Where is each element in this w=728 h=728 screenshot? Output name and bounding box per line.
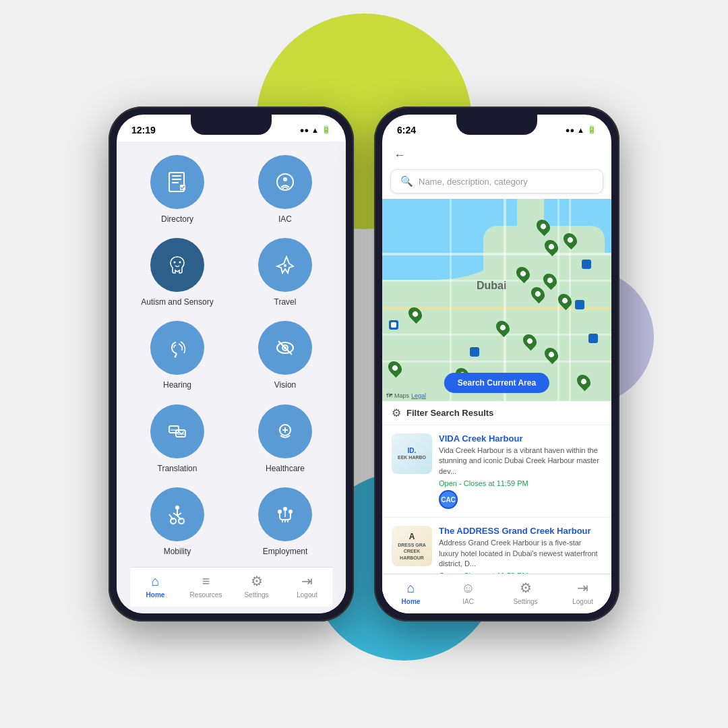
phone-right-screen: 6:24 ●● ▲ 🔋 ← 🔍 Name, description, categ… [382, 115, 611, 613]
travel-svg [272, 251, 299, 278]
road-3 [382, 334, 611, 336]
result-desc-address: Address Grand Creek Harbour is a five-st… [439, 538, 602, 569]
grid-item-autism[interactable]: Autism and Sensory [130, 238, 224, 311]
vision-svg [272, 334, 299, 361]
tab-home-left[interactable]: ⌂ Home [135, 574, 176, 599]
grid-item-healthcare[interactable]: Healthcare [238, 404, 332, 477]
employment-label: Employment [263, 547, 308, 556]
result-desc-vida: Vida Creek Harbour is a vibrant haven wi… [439, 446, 602, 477]
autism-label: Autism and Sensory [141, 297, 213, 307]
results-list: ID. EEK HARBO VIDA Creek Harbour Vida Cr… [382, 425, 611, 574]
directory-icon-circle [150, 155, 204, 209]
svg-point-7 [174, 262, 176, 264]
grid-item-mobility[interactable]: Mobility [130, 487, 224, 560]
filter-icon: ⚙ [392, 406, 401, 419]
road-1 [382, 253, 611, 255]
travel-label: Travel [274, 297, 297, 307]
blue-pin-5[interactable] [588, 334, 598, 343]
grid-item-employment[interactable]: Employment [238, 487, 332, 560]
result-item-vida[interactable]: ID. EEK HARBO VIDA Creek Harbour Vida Cr… [382, 425, 611, 518]
result-name-address: The ADDRESS Grand Creek Harbour [439, 526, 602, 536]
grid-item-vision[interactable]: Vision [238, 321, 332, 394]
home-tab-label-right: Home [402, 598, 421, 605]
result-status-vida: Open - Closes at 11:59 PM [439, 479, 602, 487]
grid-item-translation[interactable]: Translation [130, 404, 224, 477]
logout-tab-icon-left: ⇥ [301, 573, 313, 589]
employment-svg [272, 501, 299, 528]
apple-maps-label: 🗺 Maps Legal [386, 392, 426, 399]
iac-icon-circle [258, 155, 312, 209]
svg-point-18 [175, 506, 179, 510]
result-name-vida: VIDA Creek Harbour [439, 433, 602, 444]
blue-pin-3[interactable] [582, 260, 591, 269]
tab-iac-right[interactable]: ☺ IAC [448, 580, 489, 605]
svg-point-22 [278, 510, 282, 514]
tab-resources[interactable]: ≡ Resources [186, 574, 226, 599]
grid-item-travel[interactable]: Travel [238, 238, 332, 311]
employment-icon-circle [258, 487, 312, 541]
search-current-area-button[interactable]: Search Current Area [444, 373, 549, 393]
blue-pin-2[interactable] [470, 347, 479, 357]
travel-icon-circle [258, 238, 312, 292]
notch-right [456, 115, 537, 135]
map-background: Dubai [382, 199, 611, 401]
tab-logout-left[interactable]: ⇥ Logout [287, 573, 328, 599]
road-v1 [450, 199, 452, 401]
mobility-svg [164, 501, 191, 528]
map-header: ← [382, 142, 611, 169]
healthcare-svg [272, 418, 299, 445]
translation-svg [164, 418, 191, 445]
blue-pin-1[interactable] [389, 320, 398, 330]
iac-tab-icon-right: ☺ [461, 580, 475, 596]
status-icons-right: ●● ▲ 🔋 [566, 125, 597, 134]
tab-home-right[interactable]: ⌂ Home [391, 580, 431, 605]
settings-tab-icon-left: ⚙ [251, 573, 263, 589]
svg-rect-15 [169, 426, 179, 433]
result-badge-vida: CAC [439, 490, 458, 509]
healthcare-label: Healthcare [266, 464, 305, 473]
svg-point-5 [277, 174, 293, 190]
svg-point-8 [179, 262, 181, 264]
legal-link[interactable]: Legal [411, 392, 426, 399]
result-info-address: The ADDRESS Grand Creek Harbour Address … [439, 526, 602, 574]
iac-label: IAC [278, 214, 292, 224]
map-pin-14[interactable] [574, 372, 593, 391]
tab-bar-right: ⌂ Home ☺ IAC ⚙ Settings ⇥ Logout [382, 574, 611, 613]
svg-point-21 [283, 507, 287, 511]
search-bar[interactable]: 🔍 Name, description, category [390, 169, 603, 193]
blue-pin-4[interactable] [575, 300, 584, 309]
directory-label: Directory [161, 214, 193, 224]
iac-svg [272, 169, 299, 195]
tab-bar-left: ⌂ Home ≡ Resources ⚙ Settings ⇥ Logout [130, 567, 332, 607]
home-tab-icon-right: ⌂ [406, 580, 415, 596]
grid-item-iac[interactable]: IAC [238, 155, 332, 228]
phones-container: 12:19 ●● ▲ 🔋 [109, 107, 619, 621]
settings-tab-label-right: Settings [513, 598, 537, 605]
svg-rect-3 [172, 182, 179, 183]
status-time-right: 6:24 [397, 125, 416, 135]
tab-settings-right[interactable]: ⚙ Settings [506, 580, 546, 605]
logout-tab-icon-right: ⇥ [577, 580, 588, 596]
grid-item-directory[interactable]: Directory [130, 155, 224, 228]
tab-settings-left[interactable]: ⚙ Settings [237, 573, 277, 599]
tab-logout-right[interactable]: ⇥ Logout [563, 580, 603, 605]
filter-bar[interactable]: ⚙ Filter Search Results [382, 401, 611, 425]
result-thumb-address: A DRESS GRA CREEK HARBOUR [392, 526, 432, 566]
vision-icon-circle [258, 321, 312, 375]
grid-item-hearing[interactable]: Hearing [130, 321, 224, 394]
hearing-svg [164, 334, 191, 361]
search-placeholder-text: Name, description, category [419, 177, 528, 187]
notch-left [191, 115, 272, 135]
result-item-address[interactable]: A DRESS GRA CREEK HARBOUR The ADDRESS Gr… [382, 518, 611, 574]
back-button[interactable]: ← [390, 145, 409, 166]
result-info-vida: VIDA Creek Harbour Vida Creek Harbour is… [439, 433, 602, 509]
map-view: Dubai [382, 199, 611, 401]
autism-svg [164, 251, 191, 278]
vision-label: Vision [274, 380, 296, 390]
translation-label: Translation [158, 464, 198, 473]
status-icons-left: ●● ▲ 🔋 [300, 125, 331, 134]
svg-point-9 [284, 264, 286, 267]
mobility-icon-circle [150, 487, 204, 541]
healthcare-icon-circle [258, 404, 312, 458]
home-tab-label-left: Home [146, 591, 165, 599]
